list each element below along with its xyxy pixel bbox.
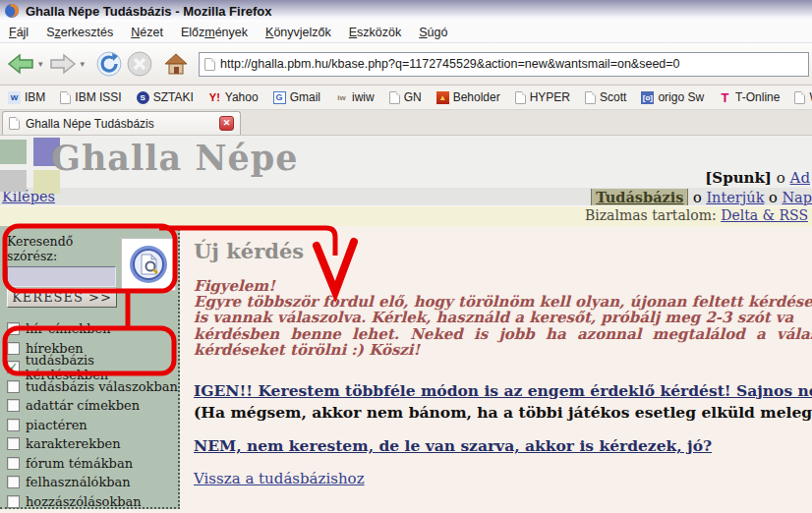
- menu-item[interactable]: Fájl: [0, 23, 37, 42]
- menu-item[interactable]: Eszközök: [340, 23, 411, 42]
- username: [Spunk]: [705, 169, 772, 187]
- bookmark-item[interactable]: IBM ISSI: [60, 90, 121, 104]
- warning-title: Figyelem!: [194, 278, 812, 294]
- unchecked-checkbox[interactable]: [7, 457, 20, 470]
- back-history-dropdown[interactable]: ▾: [38, 59, 43, 69]
- menu-bar: FájlSzerkesztésNézetElőzményekKönyvjelző…: [0, 22, 812, 43]
- page-icon: [585, 91, 596, 104]
- page-icon: [515, 91, 526, 104]
- unchecked-checkbox[interactable]: [7, 476, 20, 488]
- search-scope-row: felhasználókban: [7, 473, 178, 492]
- page-content: Ghalla Népe [Spunk] o Ad Kilépés Tudásbá…: [0, 136, 812, 513]
- checked-checkbox[interactable]: ✓: [7, 361, 20, 373]
- firefox-icon: [4, 3, 20, 19]
- warning-line: is vannak válaszolva. Kérlek, használd a…: [194, 310, 812, 325]
- site-nav-right: Tudásbázis o Interjúk o Nap: [591, 189, 812, 205]
- home-button[interactable]: [162, 51, 190, 77]
- checkbox-label: tudásbázis kérdésekben: [26, 353, 178, 382]
- checkbox-label: fórum témákban: [26, 456, 133, 471]
- bookmark-label: IBM ISSI: [75, 90, 121, 104]
- unchecked-checkbox[interactable]: [7, 380, 20, 393]
- beholder-favicon-icon: ▲: [436, 91, 449, 104]
- bookmark-item[interactable]: SSZTAKI: [137, 90, 194, 104]
- menu-item[interactable]: Súgó: [410, 23, 456, 42]
- warning-line: kérdésben benne lehet. Neked is jobb ha …: [194, 326, 812, 342]
- site-nav: Kilépés Tudásbázis o Interjúk o Nap: [0, 188, 812, 206]
- delta-rss-link[interactable]: Delta & RSS: [721, 207, 808, 223]
- nav-tudasbazis[interactable]: Tudásbázis: [591, 189, 688, 205]
- bookmark-label: Yahoo: [225, 90, 259, 104]
- info-bar: Bizalmas tartalom: Delta & RSS: [0, 206, 812, 226]
- bookmark-item[interactable]: WIBM: [8, 90, 45, 104]
- unchecked-checkbox[interactable]: [7, 399, 20, 412]
- browser-window: Ghalla Népe Tudásbázis - Mozilla Firefox…: [0, 0, 812, 513]
- bookmark-item[interactable]: HYPER: [515, 90, 570, 104]
- bookmark-item[interactable]: TT-Online: [719, 90, 780, 104]
- stop-button[interactable]: [126, 50, 153, 78]
- nav-interjuk[interactable]: Interjúk: [706, 190, 764, 205]
- bookmark-label: SZTAKI: [153, 90, 194, 104]
- separator: o: [769, 190, 778, 205]
- back-to-knowledgebase-link[interactable]: Vissza a tudásbázishoz: [194, 470, 365, 487]
- search-scope-row: karakterekben: [7, 434, 178, 454]
- search-scope-row: piactéren: [7, 416, 178, 435]
- search-input[interactable]: [7, 266, 116, 287]
- page-icon: [60, 91, 71, 104]
- bookmark-label: Gmail: [290, 90, 320, 104]
- tab-close-icon[interactable]: ✕: [219, 116, 234, 131]
- bookmarks-toolbar: WIBMIBM ISSISSZTAKIY!YahooGGmailiwiwiwGN…: [0, 86, 812, 110]
- bookmark-item[interactable]: Y!Yahoo: [208, 90, 259, 104]
- warning-block: Figyelem! Egyre többször fordul elő, hog…: [194, 278, 812, 358]
- bookmark-item[interactable]: GN: [389, 90, 422, 104]
- address-bar[interactable]: http://ghalla.pbm.hu/kbase.php?q=1172745…: [199, 52, 809, 77]
- search-button[interactable]: KERESÉS >>: [7, 288, 117, 308]
- page-icon: [389, 91, 400, 104]
- search-scope-row: hozzászólásokban: [7, 492, 178, 512]
- forward-history-dropdown[interactable]: ▾: [81, 59, 86, 69]
- yes-searched-link[interactable]: IGEN!! Kerestem többféle módon is az eng…: [194, 381, 812, 400]
- menu-item[interactable]: Szerkesztés: [37, 23, 122, 42]
- checkbox-label: karakterekben: [26, 436, 121, 451]
- reload-button[interactable]: [95, 50, 123, 78]
- separator: o: [693, 190, 702, 205]
- nav-naplo[interactable]: Nap: [782, 190, 812, 205]
- forward-button[interactable]: [48, 51, 78, 77]
- page-icon: [204, 58, 215, 71]
- checkbox-label: tudásbázis válaszokban: [26, 379, 178, 394]
- search-doc-icon[interactable]: [121, 238, 176, 291]
- menu-item[interactable]: Könyvjelzők: [257, 23, 340, 42]
- bookmark-item[interactable]: ▲Beholder: [436, 90, 500, 104]
- back-button[interactable]: [6, 51, 35, 77]
- bookmark-label: HYPER: [530, 90, 570, 104]
- search-scope-list: hír címekbenhírekben✓tudásbázis kérdések…: [7, 319, 178, 513]
- main-content: Új kérdés Figyelem! Egyre többször fordu…: [180, 226, 812, 513]
- bookmark-label: GN: [404, 90, 422, 104]
- page-body: Keresendő szórész: KERESÉS >>: [0, 226, 812, 513]
- unchecked-checkbox[interactable]: [7, 342, 20, 355]
- bookmark-item[interactable]: iwiwiw: [335, 90, 375, 104]
- unchecked-checkbox[interactable]: [7, 322, 20, 335]
- no-searched-link[interactable]: NEM, nem kerestem, de le van szarva, akk…: [194, 436, 712, 455]
- unchecked-checkbox[interactable]: [7, 495, 20, 508]
- unchecked-checkbox[interactable]: [7, 437, 20, 450]
- menu-item[interactable]: Nézet: [122, 23, 172, 42]
- user-bar: [Spunk] o Ad: [705, 169, 810, 187]
- origo-favicon-icon: [o]: [641, 91, 654, 104]
- gmail-favicon-icon: G: [273, 91, 286, 104]
- sztaki-favicon-icon: S: [137, 91, 149, 104]
- bookmark-item[interactable]: Wine HQ: [794, 90, 812, 104]
- bookmark-item[interactable]: [o]origo Sw: [641, 90, 704, 104]
- ibm-favicon-icon: W: [8, 91, 21, 104]
- search-scope-row: tudásbázis válaszokban: [7, 377, 178, 397]
- unchecked-checkbox[interactable]: [7, 419, 20, 431]
- bookmark-item[interactable]: GGmail: [273, 90, 320, 104]
- search-scope-row: hír címekben: [7, 319, 178, 339]
- bookmark-label: origo Sw: [658, 90, 704, 104]
- profile-link[interactable]: Ad: [790, 169, 810, 187]
- menu-item[interactable]: Előzmények: [172, 23, 257, 42]
- page-icon: [794, 91, 805, 104]
- checkbox-label: hír címekben: [26, 321, 111, 336]
- tab-ghalla-nepe[interactable]: Ghalla Népe Tudásbázis ✕: [2, 111, 241, 135]
- info-label: Bizalmas tartalom:: [585, 207, 717, 223]
- bookmark-item[interactable]: Scott: [585, 90, 626, 104]
